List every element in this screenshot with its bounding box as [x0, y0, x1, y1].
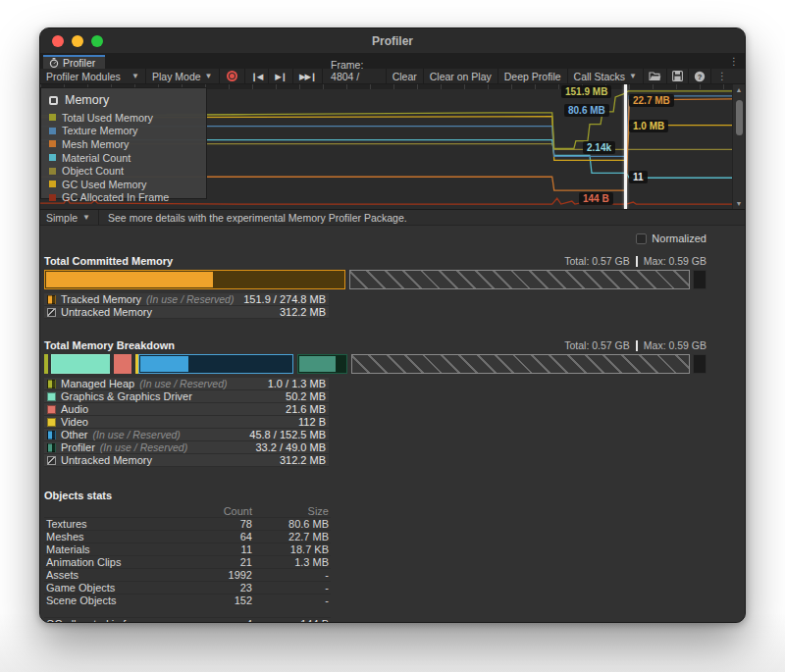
object-size-value: 22.7 MB: [252, 531, 329, 543]
scrollbar-thumb[interactable]: [736, 100, 743, 135]
deep-profile-button[interactable]: Deep Profile: [498, 69, 568, 83]
memory-legend-item[interactable]: GC Allocated In Frame: [49, 191, 198, 205]
column-count: Count: [197, 505, 252, 517]
help-button[interactable]: ?: [689, 69, 711, 83]
breakdown-section-header: Total Memory Breakdown Total: 0.57 GB Ma…: [44, 338, 706, 352]
chevron-down-icon: ▼: [205, 72, 213, 80]
object-type-label: Assets: [46, 569, 197, 581]
memory-legend-item[interactable]: Object Count: [49, 164, 198, 178]
legend-color-swatch: [49, 181, 56, 187]
object-count-value: 23: [197, 582, 252, 594]
legend-row-value: 312.2 MB: [280, 454, 326, 466]
normalized-row: Normalized: [44, 232, 706, 245]
legend-color-swatch: [49, 114, 56, 121]
legend-row-label: Audio: [61, 403, 88, 415]
view-mode-dropdown[interactable]: Simple▼: [40, 210, 99, 225]
profiler-window: Profiler Profiler ⋮ Profiler Modules▼ Pl…: [39, 27, 746, 623]
object-type-label: Game Objects: [46, 582, 197, 594]
legend-item-label: GC Used Memory: [62, 179, 146, 190]
legend-row-label: Graphics & Graphics Driver: [61, 390, 192, 402]
traffic-lights: [52, 35, 103, 47]
load-profile-button[interactable]: [644, 69, 667, 83]
chevron-down-icon: ▼: [82, 213, 90, 222]
memory-legend-list: Total Used MemoryTexture MemoryMesh Memo…: [49, 111, 198, 204]
object-count-value: 78: [197, 518, 252, 530]
legend-row-label: Video: [61, 416, 88, 428]
tab-profiler[interactable]: Profiler: [43, 55, 105, 69]
legend-color-swatch: [49, 194, 56, 201]
record-button[interactable]: [220, 69, 245, 83]
objects-stats-title: Objects stats: [44, 490, 706, 503]
bar-segment-box: [114, 354, 131, 374]
bar-segment-hatch: [349, 270, 690, 289]
breakdown-legend-table: Managed Heap(In use / Reserved)1.0 / 1.3…: [44, 378, 329, 467]
clear-on-play-button[interactable]: Clear on Play: [424, 69, 498, 83]
current-frame-button[interactable]: ▶▶❙: [293, 69, 323, 83]
legend-row-value: 45.8 / 152.5 MB: [249, 429, 326, 440]
tab-overflow-menu-icon[interactable]: ⋮: [729, 55, 739, 69]
legend-row-value: 33.2 / 49.0 MB: [255, 441, 326, 453]
chart-value-badge: 80.6 MB: [564, 104, 609, 117]
objects-stats-row: Scene Objects152-: [44, 594, 331, 606]
play-mode-dropdown[interactable]: Play Mode▼: [146, 69, 220, 83]
objects-stats-columns: Count Size: [44, 504, 331, 517]
object-size-value: 80.6 MB: [252, 518, 329, 530]
clear-button[interactable]: Clear: [387, 69, 424, 83]
chart-value-badge: 144 B: [579, 192, 613, 205]
object-count-value: 1992: [197, 569, 252, 581]
hatch-swatch-icon: [47, 456, 56, 465]
memory-legend-item[interactable]: Mesh Memory: [49, 137, 198, 151]
title-bar[interactable]: Profiler: [40, 28, 745, 54]
scroll-up-icon[interactable]: ▲: [733, 86, 745, 93]
normalized-checkbox[interactable]: [636, 233, 647, 244]
solid-swatch-icon: [47, 418, 56, 427]
call-stacks-dropdown[interactable]: Call Stacks▼: [568, 69, 644, 83]
object-size-value: -: [252, 569, 329, 581]
stopwatch-icon: [49, 58, 59, 68]
memory-legend-row: Graphics & Graphics Driver50.2 MB: [44, 390, 329, 403]
object-size-value: -: [252, 594, 329, 606]
prev-frame-button[interactable]: ❙◀: [245, 69, 270, 83]
object-count-value: 11: [197, 543, 252, 555]
memory-module-header[interactable]: Memory: [49, 93, 198, 107]
object-type-label: Animation Clips: [46, 556, 197, 568]
help-icon: ?: [694, 71, 706, 82]
floppy-disk-icon: [672, 71, 683, 81]
bar-segment-hatch: [351, 354, 690, 374]
objects-stats-row: Game Objects23-: [44, 581, 331, 594]
legend-item-label: Mesh Memory: [62, 138, 129, 150]
minimize-button[interactable]: [72, 35, 83, 47]
close-button[interactable]: [52, 35, 64, 47]
bar-segment-fill: [46, 356, 48, 372]
memory-legend-item[interactable]: Material Count: [49, 151, 198, 165]
object-type-label: Materials: [46, 543, 197, 555]
details-view-toolbar: Simple▼ See more details with the experi…: [40, 210, 745, 226]
chart-value-badge: 1.0 MB: [629, 120, 668, 132]
bar-segment-box: [44, 354, 48, 374]
breakdown-total: Total: 0.57 GB: [564, 339, 630, 351]
scroll-down-icon[interactable]: ▼: [733, 200, 745, 207]
profiler-modules-dropdown[interactable]: Profiler Modules▼: [40, 69, 146, 83]
prev-frame-icon: ❙◀: [251, 72, 263, 81]
object-type-label: Textures: [46, 518, 197, 530]
save-profile-button[interactable]: [667, 69, 689, 83]
next-frame-icon: ▶❙: [275, 72, 287, 81]
memory-legend-row: Tracked Memory(In use / Reserved)151.9 /…: [44, 293, 329, 306]
object-type-label: Meshes: [46, 531, 197, 543]
toolbar-overflow-menu-icon[interactable]: ⋮: [711, 69, 733, 83]
chart-vertical-scrollbar[interactable]: ▲ ▼: [732, 84, 745, 209]
memory-legend-item[interactable]: GC Used Memory: [49, 178, 198, 191]
selected-frame-playhead[interactable]: [624, 84, 627, 209]
memory-chart-plot[interactable]: 151.9 MB22.7 MB80.6 MB1.0 MB2.14k11144 B…: [40, 84, 732, 209]
zoom-button[interactable]: [91, 35, 103, 47]
record-icon: [227, 71, 237, 81]
memory-legend-item[interactable]: Texture Memory: [49, 125, 198, 138]
next-frame-button[interactable]: ▶❙: [269, 69, 293, 83]
duo-swatch-icon: [47, 380, 56, 388]
memory-legend-item[interactable]: Total Used Memory: [49, 111, 198, 125]
solid-swatch-icon: [47, 405, 56, 414]
memory-module-icon: [49, 96, 58, 105]
committed-section-header: Total Committed Memory Total: 0.57 GB Ma…: [44, 254, 706, 268]
legend-color-swatch: [49, 128, 56, 134]
bar-segment-cap: [693, 354, 706, 374]
